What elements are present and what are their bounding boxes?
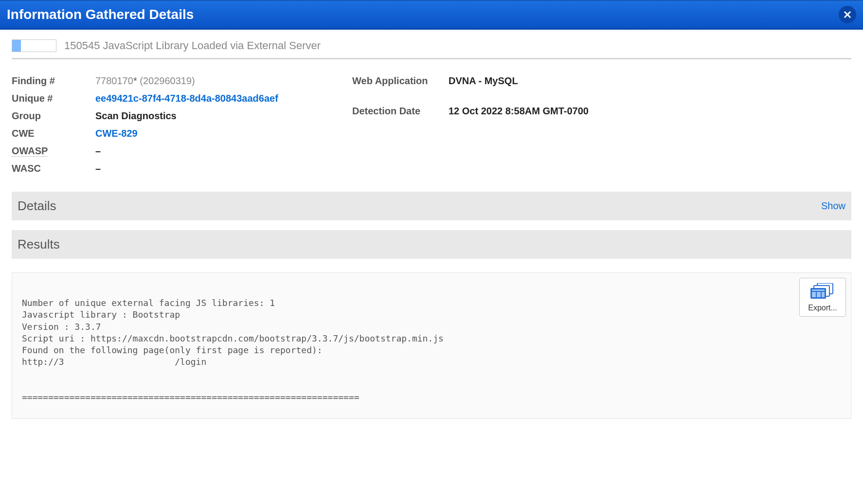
webapp-row: Web Application DVNA - MySQL xyxy=(352,72,851,90)
group-value: Scan Diagnostics xyxy=(95,109,177,122)
export-icon xyxy=(810,283,835,300)
unique-label: Unique # xyxy=(12,92,95,105)
cwe-value-link[interactable]: CWE-829 xyxy=(95,127,138,140)
dialog-title: Information Gathered Details xyxy=(7,7,194,22)
wasc-row: WASC – xyxy=(12,160,352,177)
group-label: Group xyxy=(12,109,95,122)
owasp-row: OWASP – xyxy=(12,142,352,160)
webapp-value: DVNA - MySQL xyxy=(449,74,518,87)
close-button[interactable] xyxy=(839,6,856,23)
finding-qid-title: 150545 JavaScript Library Loaded via Ext… xyxy=(64,39,321,52)
detdate-label: Detection Date xyxy=(352,105,449,117)
wasc-value: – xyxy=(95,162,101,175)
wasc-label: WASC xyxy=(12,162,95,175)
results-section-header[interactable]: Results xyxy=(12,230,851,259)
close-icon xyxy=(843,10,852,19)
dialog-body: 150545 JavaScript Library Loaded via Ext… xyxy=(0,30,863,438)
unique-value-link[interactable]: ee49421c-87f4-4718-8d4a-80843aad6aef xyxy=(95,92,278,105)
results-title: Results xyxy=(18,237,60,252)
export-button[interactable]: Export... xyxy=(799,278,846,317)
finding-value: 7780170* (202960319) xyxy=(95,74,195,87)
svg-rect-5 xyxy=(817,292,821,297)
meta-grid: Finding # 7780170* (202960319) Unique # … xyxy=(12,72,851,177)
finding-row: Finding # 7780170* (202960319) xyxy=(12,72,352,90)
severity-indicator xyxy=(12,39,56,52)
svg-rect-4 xyxy=(812,292,816,297)
dialog-header: Information Gathered Details xyxy=(0,0,863,30)
results-text: Number of unique external facing JS libr… xyxy=(22,298,444,402)
owasp-label: OWASP xyxy=(12,145,48,157)
svg-rect-3 xyxy=(812,289,825,291)
export-label: Export... xyxy=(808,304,837,312)
results-body: Export...Number of unique external facin… xyxy=(12,272,851,419)
group-row: Group Scan Diagnostics xyxy=(12,107,352,125)
meta-col-right: Web Application DVNA - MySQL Detection D… xyxy=(352,72,851,177)
details-title: Details xyxy=(18,198,56,214)
detdate-value: 12 Oct 2022 8:58AM GMT-0700 xyxy=(449,105,589,117)
details-show-link[interactable]: Show xyxy=(821,200,845,212)
webapp-label: Web Application xyxy=(352,74,449,87)
finding-subtitle-row: 150545 JavaScript Library Loaded via Ext… xyxy=(12,39,851,59)
cwe-row: CWE CWE-829 xyxy=(12,125,352,142)
meta-col-left: Finding # 7780170* (202960319) Unique # … xyxy=(12,72,352,177)
details-section-header[interactable]: Details Show xyxy=(12,192,851,220)
finding-label: Finding # xyxy=(12,74,95,87)
cwe-label: CWE xyxy=(12,127,95,140)
unique-row: Unique # ee49421c-87f4-4718-8d4a-80843aa… xyxy=(12,90,352,107)
owasp-value: – xyxy=(95,144,101,157)
severity-fill xyxy=(12,40,21,52)
svg-rect-6 xyxy=(822,292,825,297)
detdate-row: Detection Date 12 Oct 2022 8:58AM GMT-07… xyxy=(352,102,851,120)
